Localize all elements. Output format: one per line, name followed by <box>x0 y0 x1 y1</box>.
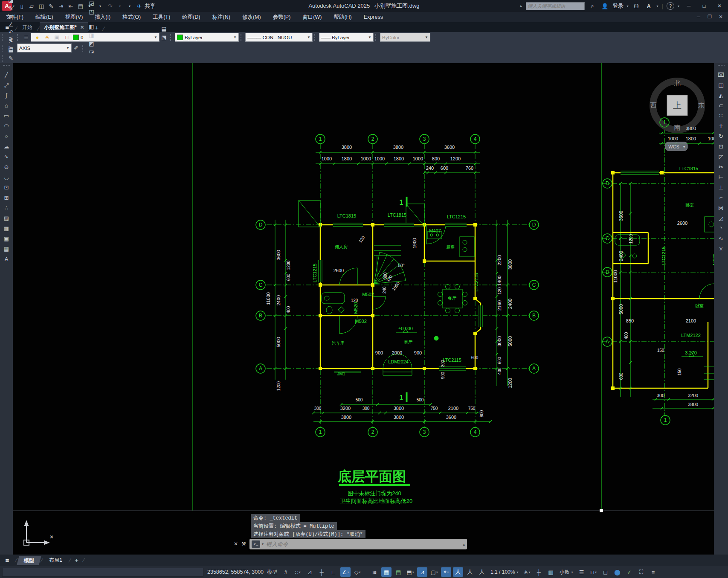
isodraft-icon-dropdown[interactable]: ▾ <box>359 570 361 574</box>
search-input[interactable] <box>526 2 585 10</box>
help-icon[interactable]: ? <box>667 2 674 10</box>
dim-jogged-icon[interactable]: ∿ <box>6 3 15 12</box>
transparency-icon[interactable]: ▢▾ <box>429 567 439 577</box>
copy-icon[interactable]: ◫ <box>716 81 726 90</box>
point-icon[interactable]: ∴ <box>1 203 12 212</box>
polygon-icon[interactable]: ⌂ <box>1 101 12 110</box>
toolbar-grip[interactable] <box>314 34 317 41</box>
snap-grid-icon[interactable]: ▦ <box>381 567 392 577</box>
app-store-icon[interactable]: ⛁ <box>632 2 641 10</box>
annotation-scale-label[interactable]: 1:1 / 100%▾ <box>489 569 520 575</box>
tab-close-icon[interactable]: ✕ <box>80 25 84 30</box>
layer-previous-icon[interactable]: ⬔ <box>160 33 168 42</box>
make-layer-current-icon[interactable]: ⬓ <box>160 25 168 33</box>
explode-icon[interactable]: ✳ <box>716 244 726 253</box>
color-combo[interactable]: ByLayer ▼ <box>175 33 239 42</box>
new-layout-icon[interactable]: + <box>72 556 82 565</box>
menu-format[interactable]: 格式(O) <box>116 12 147 22</box>
toolbar-grip[interactable] <box>375 34 378 41</box>
dim-style-combo[interactable]: AXIS ▼ <box>17 44 72 52</box>
share-icon[interactable]: ✈ <box>135 1 144 11</box>
transparency-icon-dropdown[interactable]: ▾ <box>436 570 438 574</box>
menu-window[interactable]: 窗口(W) <box>296 12 328 22</box>
maximize-button[interactable]: □ <box>698 1 710 11</box>
toolbar-grip[interactable] <box>241 34 244 41</box>
cli-history-icon[interactable]: ▴ <box>463 542 465 546</box>
a-dropdown-icon[interactable]: ▾ <box>657 4 658 8</box>
polar-tracking-icon[interactable]: ∠▾ <box>340 567 351 577</box>
plot-icon[interactable]: ▤ <box>76 1 85 11</box>
menu-parametric[interactable]: 参数(P) <box>267 12 297 22</box>
grid-display-icon[interactable]: # <box>281 567 291 577</box>
fillet-icon[interactable]: ◝ <box>716 224 726 233</box>
snap-mode-icon[interactable]: ∷▾ <box>293 567 303 577</box>
insert-block-icon[interactable]: ⊡ <box>1 183 12 192</box>
extend-icon[interactable]: ⊢ <box>716 173 726 182</box>
offset-icon[interactable]: ⊂ <box>716 101 726 110</box>
doc-minimize-icon[interactable]: ─ <box>693 12 704 21</box>
layer-viewport-icon[interactable]: ▣ <box>52 33 61 42</box>
dim-style-manager-icon[interactable]: ✐ <box>72 44 81 52</box>
units-label-dropdown[interactable]: ▾ <box>571 570 573 574</box>
doc-restore-icon[interactable]: ❐ <box>704 12 715 21</box>
annotation-settings-icon[interactable]: ✳▾ <box>522 567 532 577</box>
layer-properties-icon[interactable]: ≣ <box>22 33 31 42</box>
region-icon[interactable]: ▣ <box>1 234 12 243</box>
ellipse-arc-icon[interactable]: ◡ <box>1 173 12 182</box>
infer-constraints-icon[interactable]: ⊿ <box>305 567 315 577</box>
dynamic-ucs-icon-dropdown[interactable]: ▾ <box>412 570 414 574</box>
save-icon[interactable]: ◫ <box>37 1 46 11</box>
save-as-icon[interactable]: ✎ <box>46 1 56 11</box>
toolbar-grip[interactable] <box>718 65 725 68</box>
lineweight-combo[interactable]: —— ByLayer ▼ <box>319 33 374 42</box>
customization-icon[interactable]: ≡ <box>648 567 658 577</box>
polyline-icon[interactable]: ∫ <box>1 91 12 100</box>
line-icon[interactable]: ╱ <box>1 70 12 79</box>
stretch-icon[interactable]: ◸ <box>716 152 726 161</box>
open-icon[interactable]: ▱ <box>27 1 36 11</box>
edit-block-icon[interactable]: ⬓ <box>6 46 15 54</box>
array-icon[interactable]: ∷ <box>716 111 726 120</box>
annotation-settings-icon-dropdown[interactable]: ▾ <box>528 570 530 574</box>
menu-view[interactable]: 视图(V) <box>59 12 89 22</box>
layer-bulb-icon[interactable]: ● <box>33 33 42 42</box>
tab-active-drawing[interactable]: 小别墅施工图* ✕ <box>40 22 88 32</box>
join-icon[interactable]: ⋈ <box>716 203 726 212</box>
menu-tools[interactable]: 工具(T) <box>147 12 176 22</box>
break-icon[interactable]: ⌐ <box>716 193 726 202</box>
menu-edit[interactable]: 编辑(E) <box>29 12 59 22</box>
edit-text-icon[interactable]: ✎ <box>6 54 15 63</box>
array-ref-icon[interactable]: ◨ <box>87 31 96 40</box>
chamfer-icon[interactable]: ◿ <box>716 214 726 223</box>
command-bar[interactable]: >_ ▾ ▴ <box>249 539 467 549</box>
construction-line-icon[interactable]: ⤢ <box>1 81 12 90</box>
coordinates-display[interactable]: 2358652, 558574, 3000 <box>207 569 264 575</box>
toolbar-grip[interactable] <box>2 55 5 62</box>
tab-start[interactable]: 开始 <box>18 23 37 32</box>
annotation-scale-label-dropdown[interactable]: ▾ <box>516 570 518 574</box>
otrack-icon-dropdown[interactable]: ▾ <box>447 570 449 574</box>
share-label[interactable]: 共享 <box>145 3 155 10</box>
autodesk-a-icon[interactable]: A <box>644 2 653 10</box>
menu-express[interactable]: Express <box>358 12 389 22</box>
color-combo-dropdown-icon[interactable]: ▼ <box>233 35 237 39</box>
units-label[interactable]: 小数▾ <box>557 569 574 576</box>
rectangle-icon[interactable]: ▭ <box>1 111 12 120</box>
layer-lock-icon[interactable]: ⊓ <box>62 33 71 42</box>
polar-tracking-icon-dropdown[interactable]: ▾ <box>347 570 349 574</box>
cli-dropdown-icon[interactable]: ▾ <box>262 542 264 546</box>
layer-combo-dropdown-icon[interactable]: ▼ <box>154 35 157 39</box>
mirror-ref-icon[interactable]: ◧ <box>87 23 96 31</box>
linetype-combo[interactable]: ——— CON...NUOU ▼ <box>245 33 313 42</box>
layer-sun-icon[interactable]: ☀ <box>43 33 52 42</box>
toolbar-grip[interactable] <box>170 34 173 41</box>
user-icon[interactable]: 👤 <box>600 2 609 10</box>
toolbar-grip[interactable] <box>3 65 10 68</box>
redo-dropdown-icon[interactable]: ▾ <box>115 1 125 11</box>
rotate-ref-icon[interactable]: ◳ <box>87 8 96 16</box>
paper-icon[interactable]: ▤ <box>393 567 403 577</box>
offset-ref-icon[interactable]: ◲ <box>87 0 96 8</box>
snap-mode-icon-dropdown[interactable]: ▾ <box>299 570 301 574</box>
close-button[interactable]: ✕ <box>713 1 725 11</box>
linetype-combo-dropdown-icon[interactable]: ▼ <box>307 35 310 39</box>
